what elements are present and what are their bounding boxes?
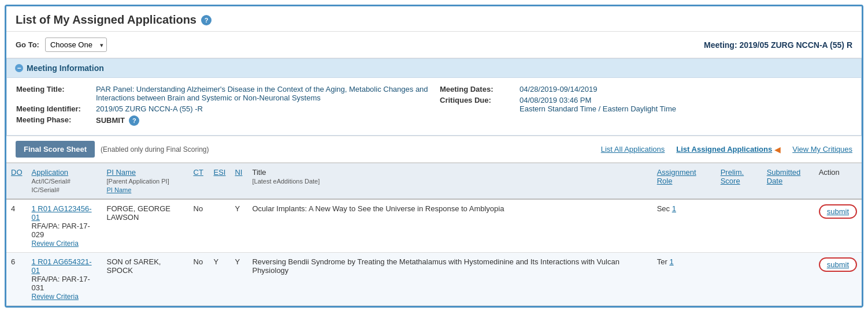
cell-title-0: Ocular Implants: A New Way to See the Un… (247, 199, 652, 253)
th-action-text: Action (819, 168, 840, 177)
th-title: Title [Latest eAdditions Date] (247, 163, 652, 200)
goto-select[interactable]: Choose One (45, 38, 107, 52)
meeting-left-col: Meeting Title: PAR Panel: Understanding … (16, 85, 428, 128)
page-title-text: List of My Assigned Applications (16, 13, 196, 27)
meeting-identifier-label: Meeting Identifier: (16, 104, 91, 113)
meeting-critiques-row: Critiques Due: 04/08/2019 03:46 PM Easte… (440, 96, 852, 113)
cell-ct-1: No (189, 253, 209, 306)
th-application: Application Act/IC/Serial#IC/Serial# (27, 163, 102, 200)
meeting-dates-label: Meeting Dates: (440, 85, 515, 93)
cell-esi-0 (209, 199, 231, 253)
meeting-critiques-tz: Eastern Standard Time / Eastern Daylight… (520, 104, 676, 113)
th-ct-link[interactable]: CT (194, 168, 203, 177)
th-do: DO (6, 163, 27, 200)
th-prelim-link[interactable]: Prelim.Score (721, 168, 744, 185)
final-score-sheet-button[interactable]: Final Score Sheet (16, 141, 95, 158)
th-pi-link[interactable]: PI Name (107, 168, 136, 177)
page-container: List of My Assigned Applications ? Go To… (5, 5, 863, 308)
cell-esi-1: Y (209, 253, 231, 306)
th-submitted-link[interactable]: SubmittedDate (767, 168, 801, 185)
meeting-identifier-row: Meeting Identifier: 2019/05 ZURG NCCN-A … (16, 104, 428, 113)
list-all-applications-link[interactable]: List All Applications (601, 145, 665, 154)
meeting-title-row: Meeting Title: PAR Panel: Understanding … (16, 85, 428, 102)
cell-do-0: 4 (6, 199, 27, 253)
th-application-link[interactable]: Application (32, 168, 69, 177)
cell-prelim-1 (716, 253, 762, 306)
th-action: Action (814, 163, 862, 200)
th-prelim: Prelim.Score (716, 163, 762, 200)
goto-select-wrapper[interactable]: Choose One (45, 38, 107, 52)
role-link-1[interactable]: 1 (669, 257, 673, 266)
th-esi-link[interactable]: ESI (214, 168, 226, 177)
cell-pi-0: FORGE, GEORGE LAWSON (102, 199, 189, 253)
meeting-dates-row: Meeting Dates: 04/28/2019-09/14/2019 (440, 85, 852, 93)
app-link-1[interactable]: 1 R01 AG654321-01 (32, 257, 98, 275)
list-assigned-applications-link[interactable]: List Assigned Applications (676, 145, 772, 154)
app-link-0[interactable]: 1 R01 AG123456-01 (32, 204, 98, 222)
cell-app-1: 1 R01 AG654321-01 RFA/PA: PAR-17-031 Rev… (27, 253, 102, 306)
review-criteria-link-0[interactable]: Review Criteria (32, 240, 79, 248)
th-ni-link[interactable]: NI (235, 168, 242, 177)
meeting-section-header: − Meeting Information (7, 59, 861, 78)
meeting-identifier-value: 2019/05 ZURG NCCN-A (55) -R (96, 104, 203, 113)
th-pi-name: PI Name [Parent Application PI] PI Name (102, 163, 189, 200)
th-ct: CT (189, 163, 209, 200)
meeting-phase-text: SUBMIT (96, 116, 125, 125)
cell-app-0: 1 R01 AG123456-01 RFA/PA: PAR-17-029 Rev… (27, 199, 102, 253)
th-pi-name-link[interactable]: PI Name (107, 186, 132, 193)
meeting-dates-value: 04/28/2019-09/14/2019 (520, 85, 597, 93)
cell-do-1: 6 (6, 253, 27, 306)
meeting-title-value: PAR Panel: Understanding Alzheimer's Dis… (96, 85, 428, 102)
page-title-row: List of My Assigned Applications ? (16, 13, 852, 27)
submit-button-0[interactable]: submit (819, 204, 857, 219)
cell-assignment-1: Ter 1 (652, 253, 716, 306)
th-title-text: Title (252, 168, 266, 177)
cell-submitted-0 (762, 199, 814, 253)
meeting-critiques-label: Critiques Due: (440, 96, 515, 104)
meeting-phase-row: Meeting Phase: SUBMIT ? (16, 115, 428, 126)
goto-label: Go To: (16, 40, 39, 49)
meeting-critiques-value: 04/08/2019 03:46 PM Eastern Standard Tim… (520, 96, 676, 113)
meeting-details: Meeting Title: PAR Panel: Understanding … (7, 78, 861, 135)
app-sub-1: RFA/PA: PAR-17-031 (32, 275, 90, 292)
cell-ct-0: No (189, 199, 209, 253)
cell-submitted-1 (762, 253, 814, 306)
collapse-icon[interactable]: − (15, 64, 23, 72)
app-sub-0: RFA/PA: PAR-17-029 (32, 222, 90, 239)
role-link-0[interactable]: 1 (672, 204, 676, 213)
cell-action-0: submit (814, 199, 862, 253)
th-assignment-link[interactable]: AssignmentRole (657, 168, 696, 185)
cell-title-1: Reversing Bendii Syndrome by Treating th… (247, 253, 652, 306)
meeting-phase-value: SUBMIT ? (96, 115, 139, 126)
list-assigned-link-group: List Assigned Applications ◀ (676, 145, 781, 154)
table-row: 6 1 R01 AG654321-01 RFA/PA: PAR-17-031 R… (6, 253, 862, 306)
meeting-header-right: Meeting: 2019/05 ZURG NCCN-A (55) R (704, 40, 852, 50)
th-esi: ESI (209, 163, 231, 200)
applications-table: DO Application Act/IC/Serial#IC/Serial# … (6, 163, 862, 306)
phase-help-icon[interactable]: ? (129, 115, 139, 126)
th-do-sortable[interactable]: DO (11, 168, 23, 177)
cell-pi-1: SON of SAREK, SPOCK (102, 253, 189, 306)
meeting-phase-label: Meeting Phase: (16, 115, 91, 124)
view-my-critiques-link[interactable]: View My Critiques (792, 145, 852, 154)
submit-button-1[interactable]: submit (819, 257, 857, 272)
cell-ni-1: Y (230, 253, 247, 306)
help-icon[interactable]: ? (201, 15, 212, 25)
th-submitted: SubmittedDate (762, 163, 814, 200)
review-criteria-link-1[interactable]: Review Criteria (32, 293, 79, 301)
meeting-section-title: Meeting Information (27, 63, 104, 73)
cell-assignment-0: Sec 1 (652, 199, 716, 253)
arrow-right-icon: ◀ (774, 145, 781, 154)
cell-action-1: submit (814, 253, 862, 306)
meeting-right-col: Meeting Dates: 04/28/2019-09/14/2019 Cri… (440, 85, 852, 128)
th-title-sub: [Latest eAdditions Date] (252, 178, 320, 185)
meeting-title-label: Meeting Title: (16, 85, 91, 93)
meeting-section: − Meeting Information Meeting Title: PAR… (6, 58, 862, 136)
score-bar-links: List All Applications List Assigned Appl… (601, 145, 852, 154)
goto-left: Go To: Choose One (16, 38, 107, 52)
table-body: 4 1 R01 AG123456-01 RFA/PA: PAR-17-029 R… (6, 199, 862, 306)
table-header-row: DO Application Act/IC/Serial#IC/Serial# … (6, 163, 862, 200)
meeting-critiques-time: 04/08/2019 03:46 PM (520, 96, 591, 104)
th-ni: NI (230, 163, 247, 200)
th-assignment: AssignmentRole (652, 163, 716, 200)
